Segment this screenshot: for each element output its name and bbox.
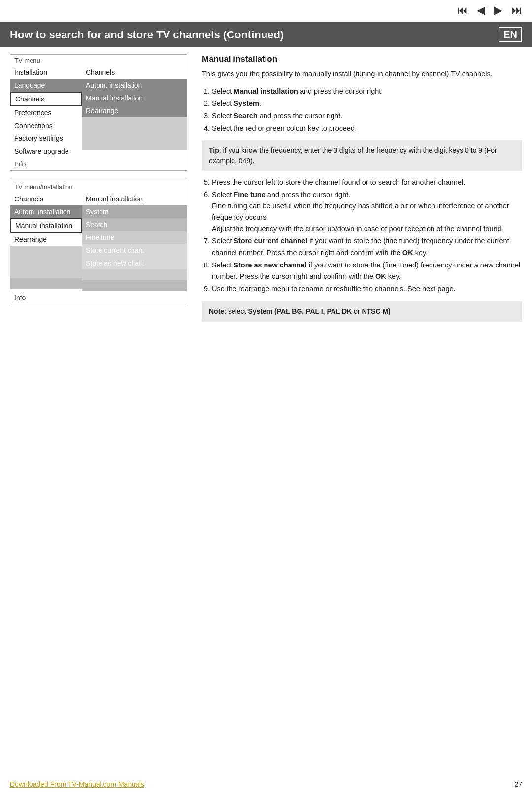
menu1-right-manual[interactable]: Manual installation <box>82 92 187 104</box>
menu2-right-finetune[interactable]: Fine tune <box>82 231 187 244</box>
menu1-left: Installation Language Channels Preferenc… <box>10 66 82 158</box>
menu2-item-manual[interactable]: Manual installation <box>10 218 82 233</box>
nav-prev-start[interactable]: ⏮ <box>457 4 468 17</box>
menu2-right-search[interactable]: Search <box>82 218 187 231</box>
menu1-item-factory[interactable]: Factory settings <box>10 132 82 145</box>
menu2-left-empty1 <box>10 246 82 257</box>
menu2-right-empty2 <box>82 280 187 291</box>
language-badge: EN <box>499 27 522 42</box>
header-title: How to search for and store TV channels … <box>10 29 284 41</box>
menu1-content: Installation Language Channels Preferenc… <box>10 66 187 158</box>
menu1-item-software[interactable]: Software upgrade <box>10 145 82 158</box>
footer-link[interactable]: Downloaded From TV-Manual.com Manuals <box>10 780 144 788</box>
left-column: TV menu Installation Language Channels P… <box>10 54 187 768</box>
step-6: Select Fine tune and press the cursor ri… <box>212 189 522 235</box>
tip-box: Tip: if you know the frequency, enter th… <box>202 140 522 171</box>
intro-text: This gives you the possibility to manual… <box>202 69 522 80</box>
menu2-info: Info <box>10 291 187 304</box>
menu1-item-connections[interactable]: Connections <box>10 119 82 132</box>
header-banner: How to search for and store TV channels … <box>0 22 532 47</box>
menu-box-2: TV menu/Installation Channels Autom. ins… <box>10 181 187 304</box>
note-box: Note: select System (PAL BG, PAL I, PAL … <box>202 301 522 322</box>
step-9: Use the rearrange menu to rename or resh… <box>212 283 522 295</box>
content-area: TV menu Installation Language Channels P… <box>10 54 522 768</box>
menu1-right: Channels Autom. installation Manual inst… <box>82 66 187 158</box>
menu1-right-autom[interactable]: Autom. installation <box>82 79 187 92</box>
menu1-title: TV menu <box>10 55 187 66</box>
menu2-item-channels[interactable]: Channels <box>10 193 82 205</box>
menu1-right-empty1 <box>82 117 187 128</box>
step-4: Select the red or green colour key to pr… <box>212 123 522 134</box>
note-text: Note: select System (PAL BG, PAL I, PAL … <box>209 307 391 315</box>
menu-box-1: TV menu Installation Language Channels P… <box>10 54 187 171</box>
step-5: Press the cursor left to store the chann… <box>212 177 522 188</box>
nav-next[interactable]: ▶ <box>494 4 502 17</box>
menu1-right-empty2 <box>82 128 187 139</box>
step-3: Select Search and press the cursor right… <box>212 110 522 122</box>
menu1-info: Info <box>10 158 187 170</box>
nav-next-end[interactable]: ⏭ <box>511 4 522 17</box>
step-7: Select Store current channel if you want… <box>212 235 522 258</box>
menu2-item-rearrange[interactable]: Rearrange <box>10 233 82 246</box>
menu1-right-empty3 <box>82 139 187 150</box>
menu1-item-channels[interactable]: Channels <box>10 92 82 106</box>
menu1-item-installation[interactable]: Installation <box>10 66 82 79</box>
right-column: Manual installation This gives you the p… <box>197 54 522 768</box>
step-2: Select System. <box>212 98 522 109</box>
section-title: Manual installation <box>202 54 522 64</box>
step-1: Select Manual installation and press the… <box>212 86 522 97</box>
page-number: 27 <box>514 780 522 788</box>
menu2-content: Channels Autom. installation Manual inst… <box>10 193 187 291</box>
menu1-right-rearrange[interactable]: Rearrange <box>82 104 187 117</box>
steps-list-1: Select Manual installation and press the… <box>212 86 522 134</box>
menu2-right-empty1 <box>82 269 187 280</box>
menu2-right-store-new[interactable]: Store as new chan. <box>82 257 187 269</box>
menu1-item-language[interactable]: Language <box>10 79 82 92</box>
nav-prev[interactable]: ◀ <box>477 4 485 17</box>
footer: Downloaded From TV-Manual.com Manuals 27 <box>10 780 522 788</box>
top-navigation: ⏮ ◀ ▶ ⏭ <box>457 4 522 17</box>
tip-label: Tip: if you know the frequency, enter th… <box>209 146 497 165</box>
steps-list-2: Press the cursor left to store the chann… <box>212 177 522 295</box>
menu2-item-autom[interactable]: Autom. installation <box>10 205 82 218</box>
menu2-right: Manual installation System Search Fine t… <box>82 193 187 291</box>
step-8: Select Store as new channel if you want … <box>212 260 522 282</box>
menu2-left-empty4 <box>10 278 82 289</box>
menu1-right-channels[interactable]: Channels <box>82 66 187 79</box>
menu2-left-empty3 <box>10 267 82 278</box>
menu2-right-system[interactable]: System <box>82 205 187 218</box>
menu2-title: TV menu/Installation <box>10 181 187 193</box>
menu2-right-manual[interactable]: Manual installation <box>82 193 187 205</box>
menu2-right-store-current[interactable]: Store current chan. <box>82 244 187 257</box>
menu2-left-empty2 <box>10 257 82 267</box>
menu2-left: Channels Autom. installation Manual inst… <box>10 193 82 291</box>
menu1-item-preferences[interactable]: Preferences <box>10 106 82 119</box>
